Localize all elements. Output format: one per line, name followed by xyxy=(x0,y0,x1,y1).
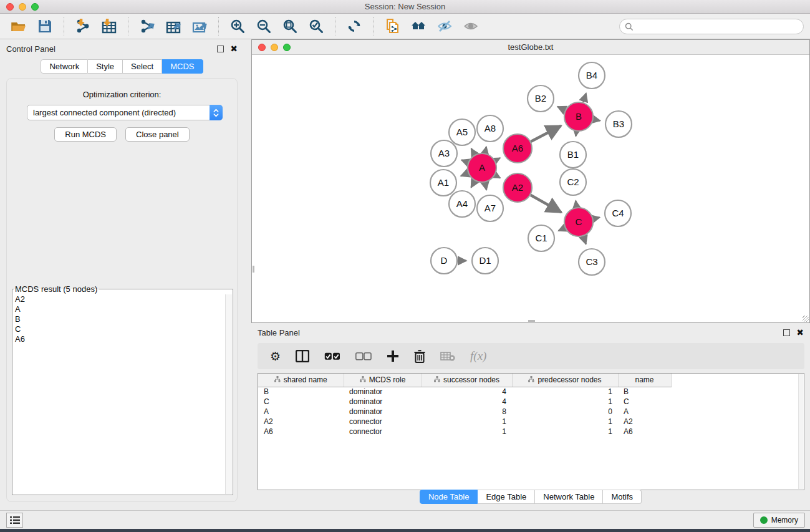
close-network-icon[interactable] xyxy=(258,44,266,51)
close-table-panel-icon[interactable]: ✖ xyxy=(796,329,804,336)
task-history-button[interactable] xyxy=(6,513,23,528)
node-A7[interactable]: A7 xyxy=(477,195,503,221)
node-D1[interactable]: D1 xyxy=(472,248,498,274)
export-network-icon[interactable] xyxy=(138,17,156,35)
homes-icon[interactable] xyxy=(410,17,427,35)
tab-style[interactable]: Style xyxy=(88,59,123,74)
node-D[interactable]: D xyxy=(431,248,457,274)
node-C1[interactable]: C1 xyxy=(528,225,554,251)
zoom-selected-icon[interactable] xyxy=(307,17,325,35)
mcds-result-item[interactable]: B xyxy=(15,314,233,324)
table-row[interactable]: Bdominator41B xyxy=(258,387,671,397)
network-vscroll-thumb[interactable] xyxy=(253,266,254,273)
hide-selected-icon[interactable] xyxy=(436,17,453,35)
close-window-icon[interactable] xyxy=(6,3,14,11)
node-B1[interactable]: B1 xyxy=(560,142,586,168)
edge-B-B4[interactable] xyxy=(583,94,586,103)
run-mcds-button[interactable]: Run MCDS xyxy=(54,127,117,142)
edge-A-A8[interactable] xyxy=(485,147,486,153)
export-image-icon[interactable] xyxy=(191,17,208,35)
minimize-network-icon[interactable] xyxy=(271,44,278,51)
mcds-result-item[interactable]: C xyxy=(15,324,233,334)
column-visibility-icon[interactable] xyxy=(296,350,309,362)
edge-A-A3[interactable] xyxy=(461,160,468,163)
tab-network-table[interactable]: Network Table xyxy=(535,490,603,504)
node-A4[interactable]: A4 xyxy=(449,191,475,217)
node-A6[interactable]: A6 xyxy=(503,134,532,163)
tab-mcds[interactable]: MCDS xyxy=(162,59,203,74)
node-B4[interactable]: B4 xyxy=(579,62,605,89)
float-panel-icon[interactable] xyxy=(217,46,224,52)
memory-button[interactable]: Memory xyxy=(753,513,805,528)
network-window-controls[interactable] xyxy=(258,44,291,51)
refresh-icon[interactable] xyxy=(345,17,363,35)
open-folder-icon[interactable] xyxy=(10,17,27,35)
node-A1[interactable]: A1 xyxy=(430,170,456,196)
column-header-predecessor-nodes[interactable]: predecessor nodes xyxy=(512,374,618,387)
tab-network[interactable]: Network xyxy=(41,59,88,74)
node-C4[interactable]: C4 xyxy=(605,200,631,226)
zoom-in-icon[interactable] xyxy=(229,17,246,35)
maximize-network-icon[interactable] xyxy=(283,44,291,51)
edge-C-C1[interactable] xyxy=(559,228,565,231)
edge-A2-C[interactable] xyxy=(531,195,561,213)
column-header-successor-nodes[interactable]: successor nodes xyxy=(422,374,512,387)
node-B2[interactable]: B2 xyxy=(528,85,554,112)
column-header-MCDS-role[interactable]: MCDS role xyxy=(344,374,422,387)
column-header-name[interactable]: name xyxy=(618,374,671,387)
mcds-result-item[interactable]: A2 xyxy=(15,294,233,304)
deselect-all-icon[interactable] xyxy=(355,352,372,360)
import-table-icon[interactable] xyxy=(100,17,118,35)
window-controls[interactable] xyxy=(6,3,39,11)
float-table-panel-icon[interactable] xyxy=(783,329,790,336)
edge-A6-B[interactable] xyxy=(531,126,561,142)
node-B3[interactable]: B3 xyxy=(605,111,632,137)
node-A2[interactable]: A2 xyxy=(503,173,532,202)
close-panel-icon[interactable]: ✖ xyxy=(230,46,238,52)
node-A8[interactable]: A8 xyxy=(477,115,503,142)
node-C3[interactable]: C3 xyxy=(579,249,605,275)
table-row[interactable]: Adominator80A xyxy=(258,407,671,417)
network-hscroll-thumb[interactable] xyxy=(528,320,535,322)
edge-B-B2[interactable] xyxy=(557,107,565,110)
show-all-icon[interactable] xyxy=(462,17,480,35)
tab-select[interactable]: Select xyxy=(123,59,162,74)
tab-edge-table[interactable]: Edge Table xyxy=(478,490,535,504)
maximize-window-icon[interactable] xyxy=(31,3,39,11)
add-row-icon[interactable] xyxy=(387,350,399,362)
edge-B-B1[interactable] xyxy=(576,132,576,137)
select-all-icon[interactable] xyxy=(324,352,340,360)
node-C[interactable]: C xyxy=(564,208,593,236)
mcds-result-item[interactable]: A6 xyxy=(15,334,233,344)
zoom-fit-icon[interactable] xyxy=(281,17,299,35)
criterion-dropdown[interactable]: largest connected component (directed) xyxy=(27,105,223,120)
minimize-window-icon[interactable] xyxy=(19,3,26,11)
column-header-shared-name[interactable]: shared name xyxy=(258,374,344,387)
network-canvas[interactable]: B4 B2 B B3 A5 A8 A6 A3 B1 A C2 A1 A2 xyxy=(252,55,809,322)
edge-A-A5[interactable] xyxy=(471,148,475,155)
node-table[interactable]: shared nameMCDS rolesuccessor nodesprede… xyxy=(258,373,804,490)
edge-A-A7[interactable] xyxy=(485,183,486,190)
node-C2[interactable]: C2 xyxy=(560,169,586,195)
import-network-icon[interactable] xyxy=(74,17,92,35)
result-scrollbar[interactable] xyxy=(225,294,232,494)
node-A3[interactable]: A3 xyxy=(431,140,457,167)
export-table-icon[interactable] xyxy=(165,17,182,35)
search-box[interactable] xyxy=(619,19,804,34)
edge-B-B3[interactable] xyxy=(594,119,600,120)
table-row[interactable]: A6connector11A6 xyxy=(258,427,671,437)
save-icon[interactable] xyxy=(36,17,54,35)
node-A5[interactable]: A5 xyxy=(449,119,475,145)
edge-A-A4[interactable] xyxy=(471,181,475,188)
delete-row-icon[interactable] xyxy=(414,350,425,363)
table-row[interactable]: A2connector11A2 xyxy=(258,417,671,427)
zoom-out-icon[interactable] xyxy=(255,17,272,35)
resize-handle[interactable] xyxy=(803,316,809,322)
table-scrollbar[interactable] xyxy=(798,374,803,489)
edge-A-A6[interactable] xyxy=(495,158,500,160)
search-input[interactable] xyxy=(637,21,803,33)
close-panel-button[interactable]: Close panel xyxy=(125,127,190,142)
node-B[interactable]: B xyxy=(564,102,593,131)
settings-icon[interactable]: ⚙ xyxy=(270,351,281,362)
edge-A-A2[interactable] xyxy=(495,175,500,178)
